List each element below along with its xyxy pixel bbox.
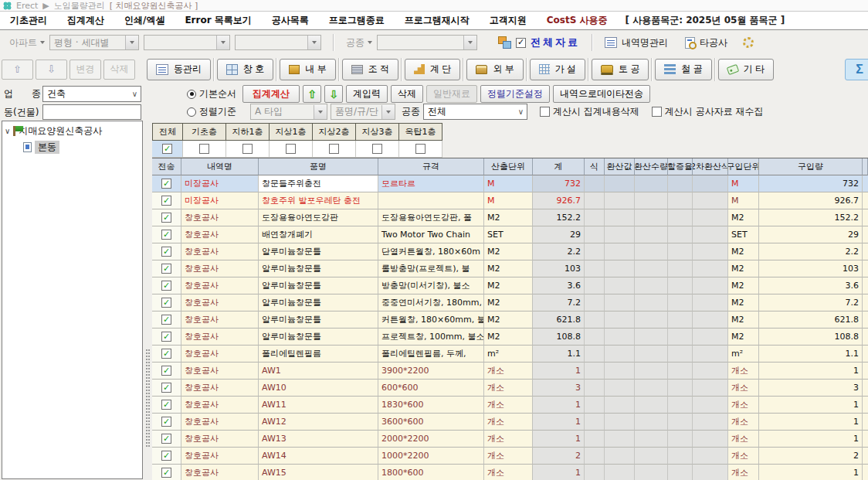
cell-category[interactable]: 창호공사 <box>181 260 259 277</box>
gye-input-button[interactable]: 계입력 <box>346 85 388 103</box>
cell-conv2-formula[interactable] <box>693 277 728 294</box>
menu-item[interactable]: 프로그램재시작 <box>395 14 480 27</box>
cell-conv-qty[interactable] <box>635 209 668 226</box>
cell-conv2-formula[interactable] <box>693 311 728 329</box>
cell-buy-qty[interactable]: 1 <box>759 414 863 431</box>
send-checkbox[interactable] <box>161 179 171 189</box>
send-checkbox[interactable] <box>161 468 171 478</box>
sort-setting-button[interactable]: 정렬기준설정 <box>480 85 550 103</box>
cell-total[interactable]: 7.2 <box>533 294 585 311</box>
cell-category[interactable]: 창호공사 <box>181 448 259 465</box>
floor-tab-옥탑1층[interactable]: 옥탑1층 <box>399 123 442 141</box>
floor-checkbox[interactable] <box>242 144 253 154</box>
column-header-구입량[interactable]: 구입량 <box>759 158 863 175</box>
cell-formula[interactable] <box>585 192 605 209</box>
cell-conv2-formula[interactable] <box>693 448 728 465</box>
cell-surcharge-rate[interactable] <box>668 448 693 465</box>
calc-delete-checkbox[interactable] <box>540 107 550 117</box>
cell-buy-unit[interactable]: M2 <box>728 277 759 294</box>
column-header-구입단위[interactable]: 구입단위 <box>728 158 759 175</box>
cell-buy-qty[interactable]: 1 <box>759 397 863 414</box>
cell-formula[interactable] <box>585 209 605 226</box>
cell-calc-unit[interactable]: m² <box>484 346 533 363</box>
cell-calc-unit[interactable]: 개소 <box>484 380 533 397</box>
type-select[interactable]: 평형 · 세대별 <box>49 35 139 50</box>
cell-category[interactable]: 창호공사 <box>181 414 259 431</box>
column-header-내역명[interactable]: 내역명 <box>181 158 259 175</box>
cell-category[interactable]: 창호공사 <box>181 226 259 243</box>
cell-surcharge-rate[interactable] <box>668 311 693 329</box>
cell-spec[interactable]: 1000*2200 <box>378 448 484 465</box>
cell-surcharge-rate[interactable] <box>668 414 693 431</box>
floor-checkbox[interactable] <box>372 144 382 154</box>
cell-category[interactable]: 창호공사 <box>181 329 259 346</box>
floor-tab-지상2층[interactable]: 지상2층 <box>313 123 356 141</box>
cell-formula[interactable] <box>585 175 605 192</box>
cell-formula[interactable] <box>585 277 605 294</box>
cell-spec[interactable]: 롤방충망(프로젝트), 불 <box>378 260 484 277</box>
cell-surcharge-rate[interactable] <box>668 329 693 346</box>
cell-item-name[interactable]: 창문들주위충전 <box>259 175 378 192</box>
cell-spec[interactable]: 중중연미서기창, 180mm, <box>378 294 484 311</box>
item-sort-select[interactable]: 품명/규/단 <box>331 104 395 120</box>
floor-checkbox[interactable] <box>329 144 339 154</box>
cell-conv-value[interactable] <box>605 260 635 277</box>
cell-calc-unit[interactable]: M <box>484 175 533 192</box>
cell-spec[interactable]: Two Motor Two Chain <box>378 226 484 243</box>
cell-total[interactable]: 103 <box>533 260 585 277</box>
cell-buy-unit[interactable]: m² <box>728 346 759 363</box>
send-checkbox[interactable] <box>161 213 171 223</box>
cell-buy-qty[interactable]: 1 <box>759 465 863 480</box>
cell-formula[interactable] <box>585 380 605 397</box>
cell-spec[interactable]: 단열커튼월창, 180×60m <box>378 243 484 260</box>
cell-conv-qty[interactable] <box>635 363 668 380</box>
cell-buy-unit[interactable]: 개소 <box>728 414 759 431</box>
cell-conv2-formula[interactable] <box>693 175 728 192</box>
empty-select-1[interactable] <box>144 35 230 50</box>
cell-conv-value[interactable] <box>605 243 635 260</box>
cell-spec[interactable]: 폴리에틸렌필름, 두께, <box>378 346 484 363</box>
menu-item[interactable]: 프로그램종료 <box>319 14 395 27</box>
cell-conv2-formula[interactable] <box>693 294 728 311</box>
cell-item-name[interactable]: 창호주위 발포우레탄 충전 <box>259 192 378 209</box>
cell-calc-unit[interactable]: 개소 <box>484 363 533 380</box>
cell-buy-unit[interactable]: M2 <box>728 260 759 277</box>
table-row[interactable]: 창호공사알루미늄창문틀커튼월창, 180×60mm, 불M2621.8M2621… <box>152 311 868 329</box>
cell-item-name[interactable]: 알루미늄창문틀 <box>259 243 378 260</box>
dong-input[interactable] <box>42 104 141 120</box>
menu-item[interactable]: 고객지원 <box>480 14 537 27</box>
cell-total[interactable]: 1 <box>533 397 585 414</box>
cell-spec[interactable]: 프로젝트창, 100mm, 불소 <box>378 329 484 346</box>
cell-item-name[interactable]: 알루미늄창문틀 <box>259 260 378 277</box>
calc-recollect-checkbox[interactable] <box>652 107 662 117</box>
send-checkbox[interactable] <box>161 281 171 291</box>
category-button-동관리[interactable]: 동관리 <box>147 59 211 80</box>
cell-send[interactable] <box>152 431 181 448</box>
send-checkbox[interactable] <box>161 264 171 274</box>
cell-surcharge-rate[interactable] <box>668 243 693 260</box>
cell-conv-qty[interactable] <box>635 226 668 243</box>
floor-tab-지하1층[interactable]: 지하1층 <box>226 123 270 141</box>
cell-total[interactable]: 1 <box>533 363 585 380</box>
cell-conv-qty[interactable] <box>635 294 668 311</box>
cell-conv-qty[interactable] <box>635 329 668 346</box>
cell-conv2-formula[interactable] <box>693 431 728 448</box>
floor-checkbox[interactable] <box>162 144 172 154</box>
cell-buy-qty[interactable]: 732 <box>759 175 863 192</box>
cell-surcharge-rate[interactable] <box>668 294 693 311</box>
cell-category[interactable]: 창호공사 <box>181 397 259 414</box>
cell-conv2-formula[interactable] <box>693 226 728 243</box>
category-button-조적[interactable]: 조 적 <box>342 59 398 80</box>
apartment-dropdown[interactable]: 아파트 <box>9 36 45 49</box>
cell-surcharge-rate[interactable] <box>668 175 693 192</box>
cell-calc-unit[interactable]: M2 <box>484 209 533 226</box>
cell-send[interactable] <box>152 380 181 397</box>
cell-total[interactable]: 1 <box>533 465 585 480</box>
cell-conv-qty[interactable] <box>635 260 668 277</box>
cell-category[interactable]: 창호공사 <box>181 243 259 260</box>
cell-total[interactable]: 926.7 <box>533 192 585 209</box>
cell-item-name[interactable]: 알루미늄창문틀 <box>259 311 378 329</box>
basic-order-radio[interactable] <box>187 90 196 99</box>
cell-total[interactable]: 3 <box>533 380 585 397</box>
cell-calc-unit[interactable]: 개소 <box>484 465 533 480</box>
